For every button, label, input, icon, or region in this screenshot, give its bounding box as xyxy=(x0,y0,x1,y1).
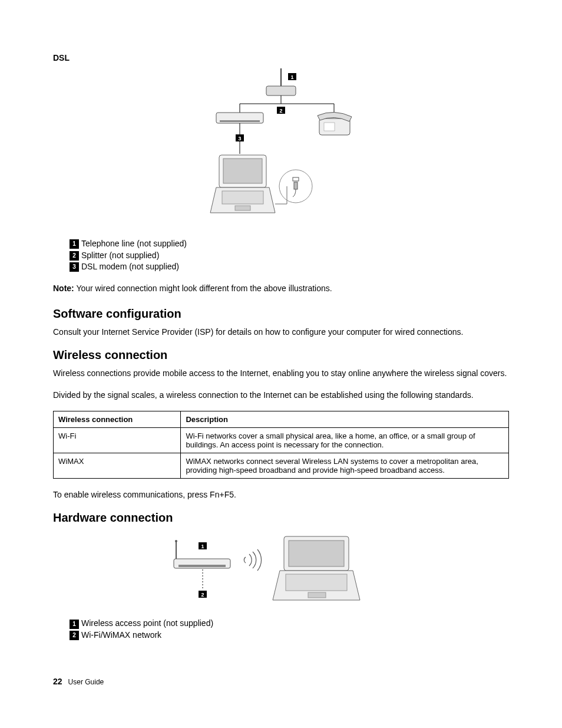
hardware-diagram-svg: 1 2 xyxy=(163,531,399,607)
svg-rect-17 xyxy=(235,206,250,210)
wireless-table: Wireless connection Description Wi-Fi Wi… xyxy=(53,411,509,479)
callout-badge: 2 xyxy=(70,251,79,261)
table-header-row: Wireless connection Description xyxy=(54,411,509,428)
table-row: WiMAX WiMAX networks connect several Wir… xyxy=(54,453,509,479)
callout-2-hw: 2 xyxy=(201,592,204,598)
callout-badge: 1 xyxy=(70,620,79,629)
note-label: Note: xyxy=(53,284,74,293)
svg-rect-24 xyxy=(178,565,226,567)
laptop-icon xyxy=(210,155,275,213)
dsl-diagram-svg: 1 2 3 xyxy=(193,68,369,228)
svg-rect-31 xyxy=(308,592,326,598)
hardware-legend: 1Wireless access point (not supplied) 2W… xyxy=(70,618,509,641)
page-footer: 22User Guide xyxy=(53,677,509,686)
note-text: Your wired connection might look differe… xyxy=(74,284,332,293)
callout-2: 2 xyxy=(279,108,282,114)
legend-text: Telephone line (not supplied) xyxy=(81,239,187,248)
legend-item: 2Wi-Fi/WiMAX network xyxy=(70,630,509,641)
legend-text: Wi-Fi/WiMAX network xyxy=(81,630,161,640)
callout-1-hw: 1 xyxy=(201,543,204,549)
callout-badge: 1 xyxy=(70,239,79,249)
connector-icon xyxy=(293,177,299,197)
wifi-waves-icon xyxy=(244,549,261,571)
legend-text: DSL modem (not supplied) xyxy=(81,262,179,271)
dsl-heading: DSL xyxy=(53,53,509,62)
svg-rect-15 xyxy=(223,159,262,183)
legend-item: 1Telephone line (not supplied) xyxy=(70,238,509,250)
legend-text: Wireless access point (not supplied) xyxy=(81,618,213,628)
callout-badge: 3 xyxy=(70,262,79,272)
svg-rect-11 xyxy=(324,123,335,131)
svg-point-22 xyxy=(175,540,177,542)
legend-item: 1Wireless access point (not supplied) xyxy=(70,618,509,630)
table-cell: WiMAX networks connect several Wireless … xyxy=(181,453,509,479)
callout-badge: 2 xyxy=(70,631,79,640)
hardware-diagram: 1 2 xyxy=(53,531,509,609)
legend-item: 3DSL modem (not supplied) xyxy=(70,261,509,273)
svg-rect-19 xyxy=(293,177,299,181)
table-cell: Wi-Fi xyxy=(54,428,181,453)
legend-text: Splitter (not supplied) xyxy=(81,251,159,260)
dsl-diagram: 1 2 3 xyxy=(53,68,509,229)
svg-rect-29 xyxy=(289,541,344,566)
table-cell: WiMAX xyxy=(54,453,181,479)
svg-rect-30 xyxy=(286,574,347,591)
page-number: 22 xyxy=(53,677,62,686)
footer-title: User Guide xyxy=(68,678,104,686)
table-header: Wireless connection xyxy=(54,411,181,428)
table-cell: Wi-Fi networks cover a small physical ar… xyxy=(181,428,509,453)
callout-1: 1 xyxy=(290,74,293,80)
laptop-icon xyxy=(273,536,360,600)
wireless-p1: Wireless connections provide mobile acce… xyxy=(53,368,509,379)
svg-rect-16 xyxy=(222,191,263,204)
phone-icon xyxy=(318,112,352,135)
hardware-heading: Hardware connection xyxy=(53,511,509,525)
svg-rect-20 xyxy=(294,182,297,189)
software-heading: Software configuration xyxy=(53,307,509,321)
wireless-enable: To enable wireless communications, press… xyxy=(53,489,509,500)
svg-rect-1 xyxy=(266,86,296,95)
dsl-legend: 1Telephone line (not supplied) 2Splitter… xyxy=(70,238,509,273)
legend-item: 2Splitter (not supplied) xyxy=(70,250,509,262)
software-body: Consult your Internet Service Provider (… xyxy=(53,327,509,338)
wireless-p2: Divided by the signal scales, a wireless… xyxy=(53,390,509,401)
svg-rect-9 xyxy=(220,120,260,122)
table-header: Description xyxy=(181,411,509,428)
table-row: Wi-Fi Wi-Fi networks cover a small physi… xyxy=(54,428,509,453)
callout-3: 3 xyxy=(238,136,241,141)
note-line: Note: Your wired connection might look d… xyxy=(53,284,509,293)
wireless-heading: Wireless connection xyxy=(53,348,509,362)
